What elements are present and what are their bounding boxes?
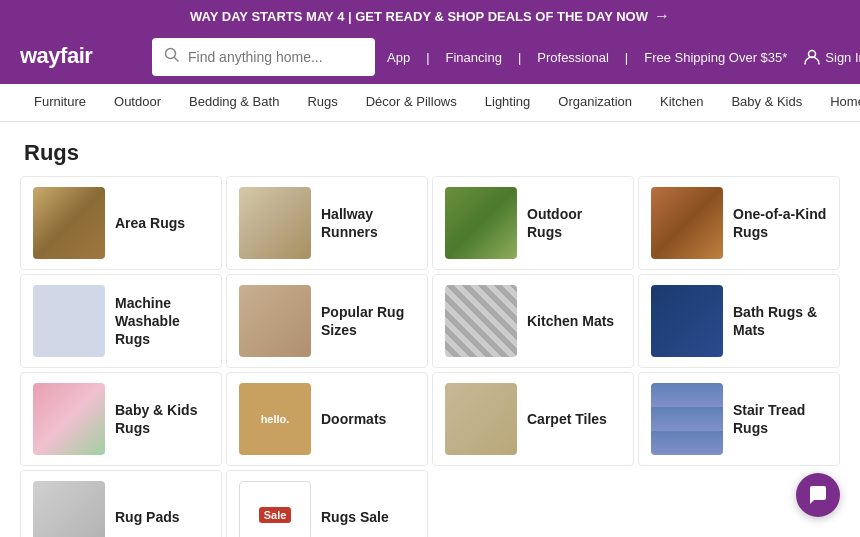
financing-link[interactable]: Financing [446,50,502,65]
nav-item-kitchen[interactable]: Kitchen [646,84,717,121]
category-area-rugs[interactable]: Area Rugs [20,176,222,270]
free-shipping-link[interactable]: Free Shipping Over $35* [644,50,787,65]
thumb-outdoor-rugs [445,187,517,259]
nav-bar: Furniture Outdoor Bedding & Bath Rugs Dé… [0,84,860,122]
thumb-area-rugs [33,187,105,259]
svg-text:wayfair: wayfair [20,43,93,68]
category-outdoor-rugs[interactable]: Outdoor Rugs [432,176,634,270]
label-bath-rugs-mats: Bath Rugs & Mats [733,303,827,339]
app-link[interactable]: App [387,50,410,65]
category-rug-pads[interactable]: Rug Pads [20,470,222,537]
label-doormats: Doormats [321,410,386,428]
label-hallway-runners: Hallway Runners [321,205,415,241]
label-carpet-tiles: Carpet Tiles [527,410,607,428]
category-baby-kids-rugs[interactable]: Baby & Kids Rugs [20,372,222,466]
professional-link[interactable]: Professional [537,50,609,65]
thumb-baby-kids-rugs [33,383,105,455]
separator3: | [625,50,628,65]
thumb-machine-washable [33,285,105,357]
header-actions: App | Financing | Professional | Free Sh… [387,48,860,66]
chat-button[interactable] [796,473,840,517]
page-title: Rugs [0,122,860,176]
label-area-rugs: Area Rugs [115,214,185,232]
nav-item-organization[interactable]: Organization [544,84,646,121]
banner-arrow: → [654,7,670,25]
thumb-doormats: hello. [239,383,311,455]
nav-item-home-improvement[interactable]: Home Improvement [816,84,860,121]
thumb-bath-rugs-mats [651,285,723,357]
category-popular-sizes[interactable]: Popular Rug Sizes [226,274,428,368]
nav-item-lighting[interactable]: Lighting [471,84,545,121]
label-one-of-a-kind: One-of-a-Kind Rugs [733,205,827,241]
thumb-rug-pads [33,481,105,537]
category-machine-washable[interactable]: Machine Washable Rugs [20,274,222,368]
search-icon [164,47,180,67]
nav-item-outdoor[interactable]: Outdoor [100,84,175,121]
top-banner[interactable]: WAY DAY STARTS MAY 4 | GET READY & SHOP … [0,0,860,32]
thumb-rugs-sale: Sale [239,481,311,537]
label-outdoor-rugs: Outdoor Rugs [527,205,621,241]
category-hallway-runners[interactable]: Hallway Runners [226,176,428,270]
label-rugs-sale: Rugs Sale [321,508,389,526]
thumb-one-of-a-kind [651,187,723,259]
category-rugs-sale[interactable]: Sale Rugs Sale [226,470,428,537]
svg-line-2 [175,58,179,62]
nav-item-decor-pillows[interactable]: Décor & Pillows [352,84,471,121]
sign-in-label: Sign In [825,50,860,65]
nav-item-baby-kids[interactable]: Baby & Kids [717,84,816,121]
category-carpet-tiles[interactable]: Carpet Tiles [432,372,634,466]
category-stair-tread[interactable]: Stair Tread Rugs [638,372,840,466]
label-kitchen-mats: Kitchen Mats [527,312,614,330]
category-doormats[interactable]: hello. Doormats [226,372,428,466]
category-one-of-a-kind[interactable]: One-of-a-Kind Rugs [638,176,840,270]
thumb-popular-sizes [239,285,311,357]
thumb-stair-tread [651,383,723,455]
search-bar [152,38,375,76]
label-stair-tread: Stair Tread Rugs [733,401,827,437]
sign-in-button[interactable]: Sign In [803,48,860,66]
thumb-kitchen-mats [445,285,517,357]
label-baby-kids-rugs: Baby & Kids Rugs [115,401,209,437]
label-popular-sizes: Popular Rug Sizes [321,303,415,339]
header: wayfair App | Financing | Professional |… [0,32,860,84]
search-input[interactable] [188,49,363,65]
separator2: | [518,50,521,65]
separator1: | [426,50,429,65]
category-bath-rugs-mats[interactable]: Bath Rugs & Mats [638,274,840,368]
nav-item-furniture[interactable]: Furniture [20,84,100,121]
logo[interactable]: wayfair [20,39,140,75]
category-grid: Area Rugs Hallway Runners Outdoor Rugs O… [0,176,860,537]
banner-text: WAY DAY STARTS MAY 4 | GET READY & SHOP … [190,9,648,24]
nav-item-bedding-bath[interactable]: Bedding & Bath [175,84,293,121]
nav-item-rugs[interactable]: Rugs [293,84,351,121]
category-kitchen-mats[interactable]: Kitchen Mats [432,274,634,368]
sale-badge: Sale [259,507,292,523]
thumb-hallway-runners [239,187,311,259]
thumb-carpet-tiles [445,383,517,455]
label-machine-washable: Machine Washable Rugs [115,294,209,349]
label-rug-pads: Rug Pads [115,508,180,526]
